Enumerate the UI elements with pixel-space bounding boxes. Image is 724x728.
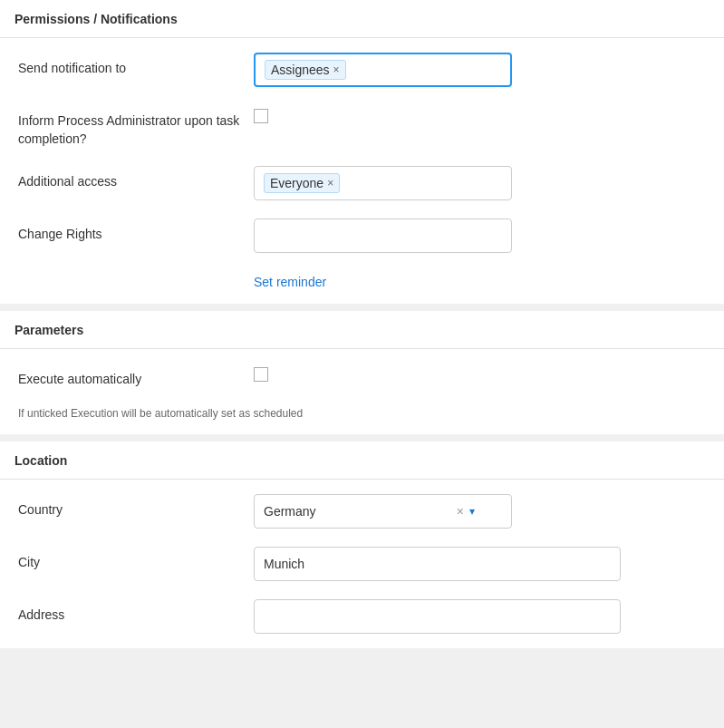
everyone-tag-close[interactable]: ×	[327, 178, 333, 189]
send-notification-row: Send notification to Assignees ×	[18, 53, 706, 87]
execute-auto-label: Execute automatically	[18, 364, 254, 389]
set-reminder-spacer	[18, 271, 254, 278]
city-label: City	[18, 547, 254, 572]
additional-access-tag-input[interactable]: Everyone ×	[254, 166, 512, 200]
inform-admin-checkbox-wrapper	[254, 105, 706, 123]
send-notification-control: Assignees ×	[254, 53, 706, 87]
parameters-title: Parameters	[14, 323, 83, 337]
location-title: Location	[14, 453, 67, 468]
address-row: Address	[18, 599, 706, 634]
inform-admin-label: Inform Process Administrator upon task c…	[18, 105, 254, 148]
location-section-body: Country Germany × ▾ City	[0, 480, 724, 648]
additional-access-row: Additional access Everyone ×	[18, 166, 706, 200]
permissions-section-body: Send notification to Assignees × Inform …	[0, 38, 724, 304]
execute-auto-checkbox[interactable]	[254, 367, 268, 382]
inform-admin-checkbox[interactable]	[254, 109, 268, 123]
country-label: Country	[18, 494, 254, 519]
set-reminder-row: Set reminder	[18, 271, 706, 289]
country-select-wrapper: Germany × ▾	[254, 494, 512, 529]
execute-auto-row: Execute automatically	[18, 364, 706, 389]
change-rights-input[interactable]	[254, 218, 512, 253]
city-row: City	[18, 547, 706, 581]
permissions-title: Permissions / Notifications	[14, 12, 178, 26]
assignees-tag-label: Assignees	[271, 63, 330, 77]
inform-admin-control	[254, 105, 706, 123]
country-row: Country Germany × ▾	[18, 494, 706, 529]
permissions-section: Permissions / Notifications Send notific…	[0, 0, 724, 304]
assignees-tag-close[interactable]: ×	[333, 64, 340, 75]
country-select[interactable]: Germany × ▾	[254, 494, 512, 529]
country-control: Germany × ▾	[254, 494, 706, 529]
permissions-section-header: Permissions / Notifications	[0, 0, 724, 38]
location-section: Location Country Germany × ▾	[0, 442, 724, 648]
parameters-section-header: Parameters	[0, 311, 724, 349]
address-label: Address	[18, 599, 254, 625]
parameters-section-body: Execute automatically If unticked Execut…	[0, 349, 724, 434]
additional-access-control: Everyone ×	[254, 166, 706, 200]
everyone-tag: Everyone ×	[264, 173, 340, 193]
parameters-section: Parameters Execute automatically If unti…	[0, 311, 724, 434]
location-section-header: Location	[0, 442, 724, 480]
change-rights-label: Change Rights	[18, 218, 254, 244]
set-reminder-link[interactable]: Set reminder	[254, 275, 326, 289]
city-input[interactable]	[254, 547, 621, 581]
country-value: Germany	[264, 504, 457, 519]
everyone-tag-label: Everyone	[270, 176, 323, 190]
execute-auto-hint: If unticked Execution will be automatica…	[18, 407, 706, 420]
country-chevron-icon: ▾	[469, 505, 475, 518]
address-control	[254, 599, 706, 634]
send-notification-label: Send notification to	[18, 53, 254, 78]
assignees-tag: Assignees ×	[265, 60, 346, 80]
execute-auto-checkbox-wrapper	[254, 364, 706, 382]
inform-admin-row: Inform Process Administrator upon task c…	[18, 105, 706, 148]
country-select-icons: × ▾	[457, 504, 475, 519]
execute-auto-control	[254, 364, 706, 382]
country-clear-icon[interactable]: ×	[457, 504, 464, 519]
page-wrapper: Permissions / Notifications Send notific…	[0, 0, 724, 648]
set-reminder-control: Set reminder	[254, 271, 706, 289]
additional-access-label: Additional access	[18, 166, 254, 191]
change-rights-row: Change Rights	[18, 218, 706, 253]
city-control	[254, 547, 706, 581]
change-rights-control	[254, 218, 706, 253]
address-input[interactable]	[254, 599, 621, 634]
send-notification-tag-input[interactable]: Assignees ×	[254, 53, 512, 87]
